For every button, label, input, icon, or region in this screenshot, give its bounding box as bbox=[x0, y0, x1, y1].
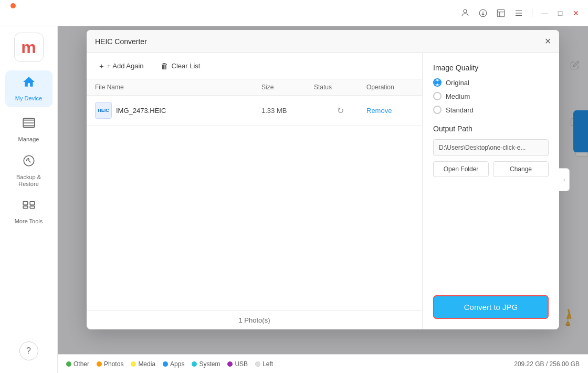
maximize-button[interactable]: □ bbox=[556, 9, 564, 17]
radio-standard bbox=[433, 106, 442, 114]
apps-dot bbox=[163, 361, 168, 367]
apps-label: Apps bbox=[170, 360, 184, 368]
home-icon bbox=[22, 75, 36, 92]
col-operation: Operation bbox=[366, 84, 414, 91]
other-dot bbox=[66, 361, 71, 367]
photos-label: Photos bbox=[104, 360, 123, 368]
open-folder-button[interactable]: Open Folder bbox=[433, 161, 489, 177]
main-content: m My Device Manage bbox=[0, 26, 588, 373]
path-buttons: Open Folder Change bbox=[433, 161, 549, 177]
sidebar-item-backup-restore-label: Backup &Restore bbox=[16, 174, 41, 188]
radio-medium bbox=[433, 92, 442, 100]
modal-body: + + Add Again 🗑 Clear List bbox=[87, 53, 559, 329]
status-bar-left: Other Photos Media Apps bbox=[66, 360, 273, 368]
refresh-icon: ↻ bbox=[337, 106, 344, 116]
add-icon: + bbox=[99, 61, 104, 70]
menu-icon[interactable] bbox=[514, 8, 523, 18]
quality-medium[interactable]: Medium bbox=[433, 92, 549, 100]
sidebar-item-manage-label: Manage bbox=[18, 136, 39, 143]
system-label: System bbox=[199, 360, 220, 368]
status-media: Media bbox=[131, 360, 155, 368]
table-footer: 1 Photo(s) bbox=[87, 310, 422, 329]
status-bar: Other Photos Media Apps bbox=[58, 354, 588, 373]
file-size: 1.33 MB bbox=[261, 107, 314, 115]
col-status: Status bbox=[314, 84, 366, 91]
close-button[interactable]: ✕ bbox=[572, 9, 580, 17]
table-header: File Name Size Status Operation bbox=[87, 79, 422, 96]
image-quality-section: Image Quality Original bbox=[433, 64, 549, 114]
media-label: Media bbox=[138, 360, 155, 368]
media-dot bbox=[131, 361, 136, 367]
system-dot bbox=[192, 361, 197, 367]
output-path-title: Output Path bbox=[433, 125, 549, 133]
add-again-button[interactable]: + + Add Again bbox=[95, 59, 148, 72]
modal-right-panel: Image Quality Original bbox=[423, 53, 559, 329]
status-cell: ↻ bbox=[314, 106, 366, 116]
quality-original-label: Original bbox=[446, 79, 469, 87]
help-button[interactable]: ? bbox=[19, 341, 38, 360]
svg-rect-8 bbox=[23, 202, 28, 205]
photo-count: 1 Photo(s) bbox=[239, 316, 270, 324]
storage-info: 209.22 GB / 256.00 GB bbox=[514, 360, 580, 368]
clear-list-button[interactable]: 🗑 Clear List bbox=[156, 59, 205, 72]
title-bar-icons: — □ ✕ bbox=[460, 8, 580, 18]
remove-link[interactable]: Remove bbox=[366, 107, 414, 115]
heic-converter-modal: HEIC Converter ✕ + + bbox=[87, 30, 559, 329]
photos-dot bbox=[97, 361, 102, 367]
sidebar-item-backup-restore[interactable]: Backup &Restore bbox=[5, 152, 52, 189]
svg-rect-2 bbox=[497, 9, 505, 17]
spacer bbox=[433, 188, 549, 285]
modal-title: HEIC Converter bbox=[95, 37, 147, 46]
output-path-input[interactable] bbox=[433, 139, 549, 156]
table-row: HEIC IMG_2473.HEIC 1.33 MB ↻ Remove bbox=[87, 96, 422, 126]
svg-rect-9 bbox=[30, 202, 35, 205]
status-photos: Photos bbox=[97, 360, 123, 368]
box-icon[interactable] bbox=[496, 8, 506, 18]
sidebar: m My Device Manage bbox=[0, 26, 58, 373]
usb-label: USB bbox=[235, 360, 248, 368]
right-panel: › HEIC Converter bbox=[58, 26, 588, 373]
left-label: Left bbox=[262, 360, 273, 368]
quality-standard-label: Standard bbox=[446, 106, 474, 114]
col-size: Size bbox=[261, 84, 314, 91]
table-body: HEIC IMG_2473.HEIC 1.33 MB ↻ Remove bbox=[87, 96, 422, 310]
status-left: Left bbox=[255, 360, 273, 368]
modal-toolbar: + + Add Again 🗑 Clear List bbox=[87, 53, 422, 79]
sidebar-item-my-device-label: My Device bbox=[15, 95, 42, 102]
modal-expand-arrow[interactable]: › bbox=[559, 168, 570, 191]
convert-to-jpg-button[interactable]: Convert to JPG bbox=[433, 295, 549, 319]
file-cell: HEIC IMG_2473.HEIC bbox=[95, 102, 261, 119]
app-window: — □ ✕ m My Device bbox=[0, 0, 588, 373]
file-name: IMG_2473.HEIC bbox=[116, 107, 166, 115]
title-bar: — □ ✕ bbox=[0, 0, 588, 26]
add-again-label: + Add Again bbox=[107, 62, 144, 70]
modal-left-panel: + + Add Again 🗑 Clear List bbox=[87, 53, 423, 329]
output-path-section: Output Path Open Folder Change bbox=[433, 125, 549, 177]
svg-point-0 bbox=[464, 9, 467, 13]
trash-icon: 🗑 bbox=[161, 61, 169, 70]
download-icon[interactable] bbox=[478, 8, 488, 18]
modal-overlay: HEIC Converter ✕ + + bbox=[58, 26, 588, 354]
sidebar-item-my-device[interactable]: My Device bbox=[5, 70, 52, 107]
image-quality-title: Image Quality bbox=[433, 64, 549, 72]
usb-dot bbox=[227, 361, 233, 367]
quality-standard[interactable]: Standard bbox=[433, 106, 549, 114]
sidebar-item-manage[interactable]: Manage bbox=[5, 111, 52, 148]
quality-medium-label: Medium bbox=[446, 92, 470, 100]
quality-original[interactable]: Original bbox=[433, 78, 549, 87]
backup-icon bbox=[22, 154, 36, 171]
other-label: Other bbox=[74, 360, 89, 368]
status-other: Other bbox=[66, 360, 89, 368]
person-icon[interactable] bbox=[460, 8, 470, 18]
sidebar-item-more-tools[interactable]: More Tools bbox=[5, 193, 52, 230]
minimize-button[interactable]: — bbox=[541, 9, 548, 17]
status-system: System bbox=[192, 360, 220, 368]
status-apps: Apps bbox=[163, 360, 184, 368]
heic-file-icon: HEIC bbox=[95, 102, 112, 119]
sidebar-item-more-tools-label: More Tools bbox=[15, 218, 43, 225]
modal-close-button[interactable]: ✕ bbox=[542, 36, 553, 47]
app-logo: m bbox=[14, 33, 44, 62]
quality-options: Original Medium bbox=[433, 78, 549, 114]
svg-rect-10 bbox=[23, 206, 28, 209]
change-path-button[interactable]: Change bbox=[493, 161, 549, 177]
